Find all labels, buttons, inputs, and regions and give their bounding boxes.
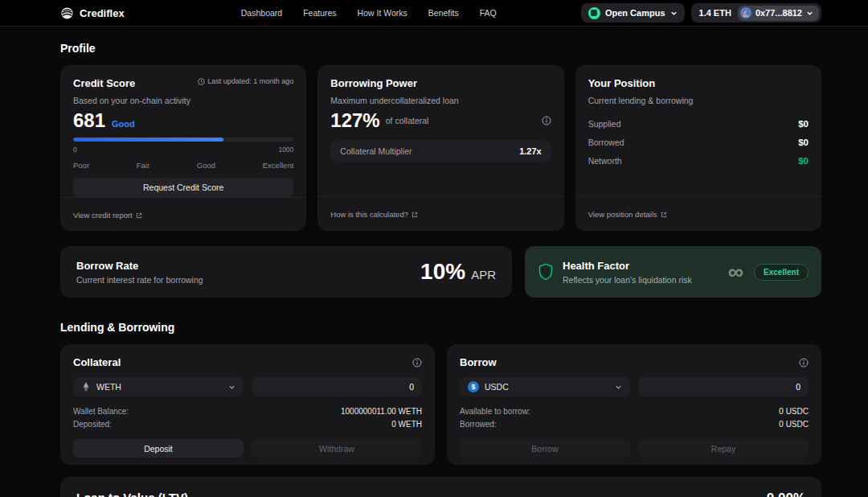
collateral-title: Collateral [73,356,121,368]
profile-heading: Profile [60,43,821,55]
credit-score-progress-fill [73,138,223,142]
borrow-amount-input[interactable] [638,377,809,396]
deposit-button[interactable]: Deposit [73,439,244,458]
infinity-icon: ∞ [728,261,743,283]
collateral-card: Collateral WETH [60,344,435,465]
shield-icon [538,263,554,281]
position-row-borrowed: Borrowed $0 [588,133,809,151]
borrow-card: Borrow $ USDC [447,344,821,465]
chevron-down-icon [670,10,678,17]
external-link-icon [661,212,667,218]
lending-heading: Lending & Borrowing [60,322,821,334]
scale-fair: Fair [137,161,149,170]
collateral-multiplier-row: Collateral Multiplier 1.27x [330,141,551,162]
available-to-borrow-row: Available to borrow: 0 USDC [460,405,809,417]
deposited-row: Deposited: 0 WETH [73,417,422,430]
chevron-down-icon [806,10,813,17]
credit-score-rating: Good [112,119,135,129]
weth-icon [81,382,91,392]
view-position-details-link[interactable]: View position details [588,210,667,219]
position-subtitle: Current lending & borrowing [588,96,809,105]
wallet-address-chip[interactable]: ⛵ 0x77...8812 [738,6,819,21]
chevron-down-icon [228,384,235,391]
rate-health-row: Borrow Rate Current interest rate for bo… [60,246,821,298]
credit-score-title: Credit Score [73,77,135,89]
wallet-address: 0x77...8812 [755,8,802,18]
borrowed-amount-value: 0 USDC [779,420,809,429]
scale-good: Good [197,161,215,170]
collateral-asset-select[interactable]: WETH [73,377,244,396]
nav-benefits[interactable]: Benefits [428,8,459,18]
credit-score-progressbar [73,138,293,142]
request-credit-score-button[interactable]: Request Credit Score [73,178,293,197]
info-icon[interactable] [799,358,809,368]
repay-button[interactable]: Repay [638,439,809,458]
borrow-asset-select[interactable]: $ USDC [460,377,630,396]
network-icon [588,7,600,19]
profile-cards: Credit Score Last updated: 1 month ago B… [60,65,821,231]
health-factor-card: Health Factor Reflects your loan's liqui… [525,246,821,298]
credit-score-card: Credit Score Last updated: 1 month ago B… [60,65,306,231]
health-factor-title: Health Factor [563,260,692,272]
wallet-balance: 1.4 ETH [699,8,731,18]
ltv-title: Loan to Value (LTV) [76,491,188,497]
network-selector[interactable]: Open Campus [581,3,685,23]
nav-dashboard[interactable]: Dashboard [241,8,282,18]
position-row-supplied: Supplied $0 [588,114,809,133]
credit-score-value: 681 [73,109,105,132]
chevron-down-icon [615,384,622,391]
scale-excellent: Excellent [263,161,294,170]
collateral-amount-input[interactable] [252,377,422,396]
borrow-rate-subtitle: Current interest rate for borrowing [76,275,203,285]
your-position-card: Your Position Current lending & borrowin… [575,65,821,231]
external-link-icon [136,212,142,219]
borrow-title: Borrow [460,356,497,368]
view-credit-report-link[interactable]: View credit report [73,211,142,220]
top-navbar: Crediflex Dashboard Features How It Work… [0,0,868,27]
borrow-rate-unit: APR [471,268,496,281]
borrow-button[interactable]: Borrow [460,439,630,458]
brand[interactable]: Crediflex [60,6,125,20]
score-min: 0 [73,146,77,154]
info-icon[interactable] [412,358,422,368]
ltv-value: 0.00% [767,491,805,497]
logo-icon [60,6,74,20]
nav-features[interactable]: Features [303,8,336,18]
nav-how-it-works[interactable]: How It Works [358,8,407,18]
position-row-networth: Networth $0 [588,151,809,170]
supplied-value: $0 [798,119,809,129]
deposited-value: 0 WETH [391,420,422,429]
borrowed-row: Borrowed: 0 USDC [460,417,809,430]
usdc-icon: $ [468,381,479,392]
info-icon[interactable] [542,116,551,125]
networth-value: $0 [798,156,809,166]
borrowed-value: $0 [798,138,809,147]
score-scale-labels: Poor Fair Good Excellent [73,161,293,170]
wallet-avatar: ⛵ [740,7,751,18]
last-updated: Last updated: 1 month ago [198,77,293,85]
borrowing-power-title: Borrowing Power [330,77,551,89]
nav-faq[interactable]: FAQ [480,8,497,18]
lending-cards: Collateral WETH [60,344,821,465]
wallet-button[interactable]: 1.4 ETH ⛵ 0x77...8812 [691,3,821,23]
borrowing-power-subtitle: Maximum undercollateralized loan [330,96,551,105]
main-content: Profile Credit Score Last updated: 1 mon… [60,27,821,497]
ltv-card: Loan to Value (LTV) 0.00% [60,477,821,497]
how-calculated-link[interactable]: How is this calculated? [330,210,418,219]
score-max: 1000 [278,146,293,154]
borrow-asset-label: USDC [485,382,509,392]
multiplier-label: Collateral Multiplier [340,146,411,156]
wallet-balance-row: Wallet Balance: 1000000011.00 WETH [73,405,422,417]
borrowing-power-caption: of collateral [386,116,429,125]
collateral-asset-label: WETH [96,382,121,392]
available-to-borrow-value: 0 USDC [779,407,809,416]
credit-score-subtitle: Based on your on-chain activity [73,96,293,105]
withdraw-button[interactable]: Withdraw [252,439,422,458]
position-title: Your Position [588,77,809,89]
main-nav: Dashboard Features How It Works Benefits… [209,8,497,18]
borrow-rate-value: 10% [420,259,465,285]
borrowing-power-card: Borrowing Power Maximum undercollaterali… [317,65,563,231]
external-link-icon [411,212,418,218]
borrowing-power-value: 127% [330,109,379,132]
header-actions: Open Campus 1.4 ETH ⛵ 0x77...8812 [581,3,821,23]
